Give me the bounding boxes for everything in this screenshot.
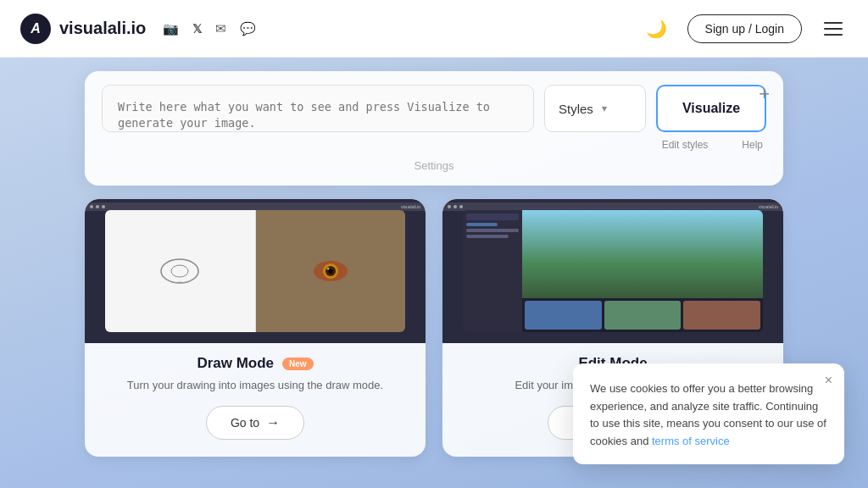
social-links — [163, 21, 256, 36]
chevron-down-icon: ▾ — [602, 103, 607, 114]
card-title-row: Draw Mode New — [197, 355, 313, 372]
draw-mode-button[interactable]: Go to → — [206, 406, 304, 440]
generator-row: Styles ▾ Visualize — [102, 85, 766, 132]
eye-result — [309, 255, 352, 287]
dark-mode-icon[interactable]: 🌙 — [646, 19, 667, 39]
instagram-icon[interactable] — [163, 21, 179, 36]
menu-button[interactable] — [819, 17, 848, 41]
logo[interactable]: A visualali.io — [20, 14, 146, 44]
signup-button[interactable]: Sign up / Login — [687, 14, 802, 43]
mini-label: visualali.io — [401, 204, 420, 209]
edit-thumbnails — [522, 298, 763, 332]
logo-text: visualali.io — [59, 19, 146, 38]
draw-mode-desc: Turn your drawing into images using the … — [110, 377, 400, 394]
edit-mode-screenshot: visualali.io — [442, 199, 783, 343]
result-panel — [256, 210, 405, 333]
mini-dot — [453, 205, 457, 208]
cliff-house-image — [522, 210, 763, 299]
prompt-input[interactable] — [102, 85, 534, 132]
styles-label: Styles — [559, 102, 593, 116]
visualize-button[interactable]: Visualize — [656, 85, 766, 132]
generator-card: + Styles ▾ Visualize Edit styles Help Se… — [85, 71, 783, 186]
styles-button[interactable]: Styles ▾ — [544, 85, 646, 132]
thumb-3 — [683, 301, 760, 330]
settings-bar[interactable]: Settings — [102, 159, 766, 175]
mini-label-2: visualali.io — [759, 204, 778, 209]
edit-sidebar — [463, 210, 522, 333]
edit-styles-label[interactable]: Edit styles — [662, 139, 709, 151]
mini-dot — [96, 205, 99, 208]
draw-panel — [105, 210, 255, 333]
thumb-1 — [525, 301, 602, 330]
mini-dot — [459, 205, 463, 208]
svg-point-1 — [171, 265, 188, 277]
mini-dot — [448, 205, 451, 208]
mini-dot — [102, 205, 105, 208]
go-to-label: Go to — [231, 416, 259, 430]
edit-mode-inner — [463, 210, 763, 333]
terms-of-service-link[interactable]: terms of service — [652, 435, 730, 447]
navbar: A visualali.io 🌙 Sign up / Login — [0, 0, 868, 58]
sketch-preview — [154, 252, 205, 291]
cookie-banner: × We use cookies to offer you a better b… — [573, 363, 844, 464]
help-label[interactable]: Help — [742, 139, 763, 151]
new-badge: New — [282, 358, 314, 370]
logo-icon: A — [20, 14, 51, 44]
mail-icon[interactable] — [215, 21, 226, 36]
twitter-icon[interactable] — [192, 22, 202, 36]
draw-mode-title: Draw Mode — [197, 355, 274, 372]
thumb-2 — [604, 301, 682, 330]
draw-mode-card: visualali.io — [85, 199, 426, 457]
cookie-close-button[interactable]: × — [825, 374, 832, 387]
add-icon[interactable]: + — [759, 83, 770, 105]
draw-mode-inner — [105, 210, 405, 333]
draw-mode-screenshot: visualali.io — [85, 199, 426, 343]
cookie-text: We use cookies to offer you a better bro… — [590, 380, 827, 451]
edit-main — [522, 210, 763, 333]
edit-image — [522, 210, 763, 299]
mini-dot — [90, 205, 93, 208]
arrow-icon: → — [266, 415, 280, 430]
svg-point-6 — [326, 268, 329, 270]
discord-icon[interactable] — [240, 21, 256, 36]
below-row: Edit styles Help — [102, 139, 766, 151]
